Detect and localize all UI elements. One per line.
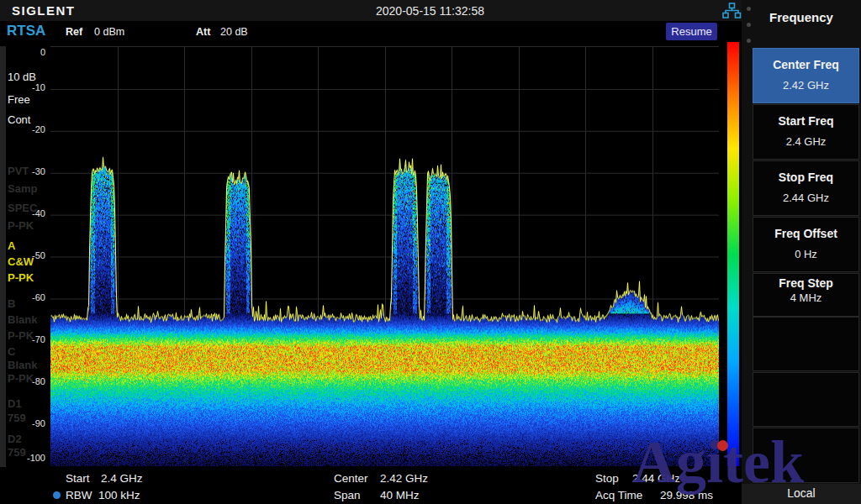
- y-axis-tick-label: -60: [0, 292, 45, 302]
- menu-item-value: 0 Hz: [753, 248, 858, 260]
- y-axis-tick-label: -80: [0, 376, 45, 386]
- network-icon: [722, 3, 742, 19]
- menu-item-center-freq[interactable]: Center Freq 2.42 GHz: [753, 48, 859, 103]
- datetime-label: 2020-05-15 11:32:58: [376, 4, 484, 18]
- ref-value: 0 dBm: [94, 26, 124, 38]
- y-axis-tick-label: 0: [0, 47, 45, 57]
- start-freq-value: 2.4 GHz: [101, 472, 143, 485]
- bottom-status-bar: Start 2.4 GHz RBW 100 kHz Center 2.42 GH…: [0, 467, 742, 504]
- menu-item-label: Center Freq: [753, 58, 858, 71]
- span-label: Span: [334, 489, 361, 501]
- att-value: 20 dB: [220, 26, 248, 38]
- menu-item-label: Freq Offset: [753, 227, 858, 240]
- y-axis-tick-label: -30: [0, 166, 45, 176]
- menu-item-freq-step[interactable]: Freq Step 4 MHz Auto Manual: [753, 273, 859, 317]
- menu-item-freq-offset[interactable]: Freq Offset 0 Hz: [753, 217, 859, 272]
- top-status-bar: SIGLENT 2020-05-15 11:32:58: [0, 0, 861, 21]
- menu-item-value: 2.42 GHz: [753, 79, 858, 92]
- y-axis-tick-label: -10: [0, 82, 45, 92]
- menu-title: Frequency: [742, 10, 861, 24]
- span-value: 40 MHz: [380, 489, 420, 501]
- rbw-label: RBW: [66, 489, 92, 501]
- density-colorbar: [727, 42, 739, 466]
- y-axis: 0-10-20-30-40-50-60-70-80-90-100: [0, 46, 48, 466]
- y-axis-tick-label: -40: [0, 208, 45, 218]
- att-label: Att: [196, 26, 210, 38]
- menu-item-start-freq[interactable]: Start Freq 2.4 GHz: [753, 104, 859, 160]
- ref-label: Ref: [66, 26, 82, 38]
- menu-item-stop-freq[interactable]: Stop Freq 2.44 GHz: [753, 160, 859, 216]
- menu-item-value: 2.4 GHz: [753, 135, 858, 148]
- frequency-menu: Frequency Center Freq 2.42 GHz Start Fre…: [742, 0, 861, 504]
- menu-item-value: 4 MHz: [753, 291, 858, 304]
- spectrum-canvas[interactable]: [50, 46, 719, 466]
- stop-freq-value: 2.44 GHz: [632, 472, 680, 485]
- siglent-logo: SIGLENT: [12, 3, 76, 18]
- menu-item-label: Freq Step: [753, 276, 858, 290]
- rtsa-screen: SIGLENT 2020-05-15 11:32:58 RTSA Ref 0 d…: [0, 0, 861, 504]
- rbw-value: 100 kHz: [98, 489, 140, 501]
- y-axis-tick-label: -100: [0, 453, 45, 463]
- center-freq-label: Center: [334, 472, 368, 485]
- center-freq-value: 2.42 GHz: [380, 472, 428, 485]
- y-axis-tick-label: -70: [0, 334, 45, 344]
- start-freq-label: Start: [66, 472, 90, 485]
- rbw-coupled-dot: [53, 491, 61, 499]
- menu-item-empty: [753, 372, 859, 427]
- menu-item-empty: [753, 428, 859, 483]
- mode-label: RTSA: [7, 23, 45, 39]
- menu-item-value: 2.44 GHz: [753, 192, 858, 204]
- y-axis-tick-label: -50: [0, 250, 45, 260]
- resume-button[interactable]: Resume: [666, 23, 717, 40]
- stop-freq-label: Stop: [595, 472, 619, 485]
- local-button[interactable]: Local: [742, 484, 861, 504]
- menu-item-label: Start Freq: [753, 114, 858, 128]
- acq-time-value: 29.998 ms: [660, 489, 713, 501]
- menu-item-label: Stop Freq: [753, 171, 858, 184]
- y-axis-tick-label: -20: [0, 124, 45, 134]
- menu-item-empty: [753, 317, 859, 371]
- acq-time-label: Acq Time: [595, 489, 642, 501]
- y-axis-tick-label: -90: [0, 418, 45, 428]
